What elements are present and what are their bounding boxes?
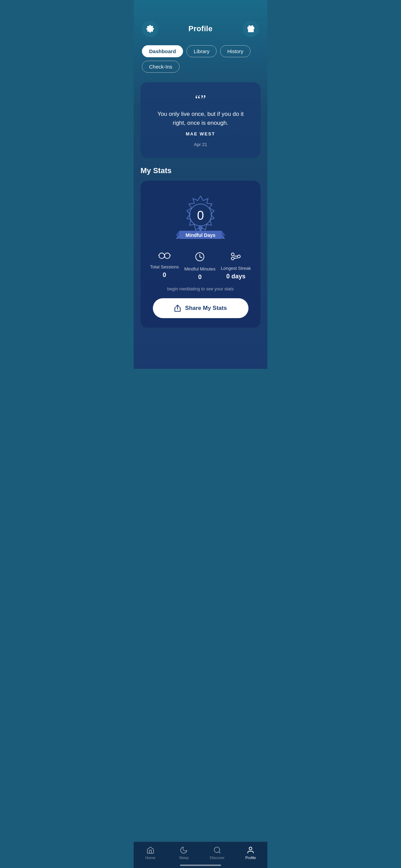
settings-button[interactable] <box>142 21 158 37</box>
total-sessions-value: 0 <box>163 272 166 279</box>
quote-date: Apr 21 <box>150 142 251 147</box>
stat-total-sessions: Total Sessions 0 <box>150 252 179 281</box>
begin-text: begin meditating to see your stats <box>167 286 234 291</box>
mindful-days-badge: 0 Mindful Days <box>170 190 231 245</box>
streak-icon <box>231 252 241 262</box>
svg-text:0: 0 <box>197 208 204 222</box>
gift-icon <box>247 25 255 33</box>
share-icon <box>174 304 181 312</box>
header: Profile <box>134 0 267 43</box>
quote-author: MAE WEST <box>150 131 251 136</box>
quote-marks: “” <box>150 93 251 106</box>
badge-svg: 0 Mindful Days <box>170 190 231 245</box>
longest-streak-value: 0 days <box>226 273 245 280</box>
stats-card: 0 Mindful Days <box>141 181 260 328</box>
quote-text: You only live once, but if you do it rig… <box>150 110 251 127</box>
svg-point-14 <box>231 253 234 256</box>
tab-checkins[interactable]: Check-Ins <box>142 61 180 73</box>
svg-point-17 <box>238 255 240 258</box>
svg-point-18 <box>231 257 234 260</box>
my-stats-title: My Stats <box>134 166 267 181</box>
tabs-container: Dashboard Library History Check-Ins <box>134 43 267 80</box>
longest-streak-label: Longest Streak <box>221 266 251 271</box>
gift-button[interactable] <box>243 21 259 37</box>
share-stats-button[interactable]: Share My Stats <box>153 298 248 318</box>
stat-longest-streak: Longest Streak 0 days <box>221 252 251 281</box>
tab-dashboard[interactable]: Dashboard <box>142 45 183 57</box>
glasses-icon <box>158 252 171 261</box>
tab-history[interactable]: History <box>220 45 251 57</box>
page-title: Profile <box>189 24 213 33</box>
quote-card: “” You only live once, but if you do it … <box>141 82 260 158</box>
svg-line-13 <box>200 257 202 258</box>
share-button-label: Share My Stats <box>185 305 227 312</box>
mindful-minutes-label: Mindful Minutes <box>184 266 216 272</box>
gear-icon <box>146 25 154 33</box>
svg-point-8 <box>198 225 203 231</box>
clock-icon <box>195 252 205 263</box>
tab-library[interactable]: Library <box>186 45 217 57</box>
stat-mindful-minutes: Mindful Minutes 0 <box>184 252 216 281</box>
total-sessions-label: Total Sessions <box>150 264 179 269</box>
mindful-minutes-value: 0 <box>198 274 202 281</box>
svg-text:Mindful Days: Mindful Days <box>185 232 215 238</box>
stats-row: Total Sessions 0 Mindful Minutes 0 <box>147 252 254 281</box>
